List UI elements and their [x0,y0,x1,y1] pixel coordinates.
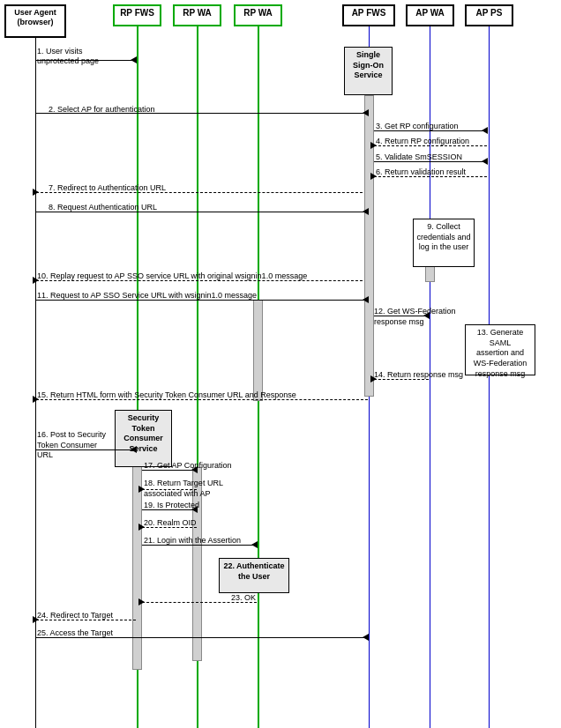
label-m12: 12. Get WS-Federationresponse msg [374,307,456,327]
arrow-m21-head [251,541,258,548]
arrow-m24-line [36,620,136,620]
sequence-diagram: User Agent(browser) RP FWS RP WA RP WA A… [0,0,561,728]
label-m21: 21. Login with the Assertion [144,536,241,545]
arrow-m2-head [363,109,369,116]
arrow-m5-line [374,161,487,162]
arrow-m10-line [36,280,363,281]
note-m9: 9. Collectcredentials andlog in the user [413,219,475,267]
stcs-box: SecurityTokenConsumerService [115,410,172,467]
label-m18: 18. Return Target URLassociated with AP [144,479,223,499]
arrow-m5-head [482,158,488,165]
header-rp-wa1: RP WA [173,4,221,26]
label-m15: 15. Return HTML form with Security Token… [37,390,296,399]
activation-rp-wa2 [253,300,263,401]
header-ap-ps: AP PS [465,4,513,26]
label-m19: 19. Is Protected [144,501,199,509]
header-rp-wa2: RP WA [234,4,282,26]
header-ap-fws: AP FWS [342,4,395,26]
note-m22: 22. Authenticatethe User [219,558,289,593]
arrow-m6-line [374,176,487,177]
label-m8: 8. Request Authentication URL [49,203,157,212]
arrow-m15-line [36,399,368,400]
activation-ap-fws [364,95,374,397]
arrow-m3-head [482,127,488,134]
arrow-m11-head [363,296,369,303]
label-m1: 1. User visitsunprotected page [37,47,99,66]
label-m4: 4. Return RP configuration [376,137,469,145]
arrow-m8-line [36,212,368,212]
sso-service-box: SingleSign-OnService [344,47,393,95]
label-m10: 10. Replay request to AP SSO service URL… [37,271,307,280]
header-ap-wa: AP WA [406,4,454,26]
arrow-m7-line [36,192,363,193]
label-m17: 17. Get AP Configuration [144,461,231,470]
header-rp-fws: RP FWS [113,4,161,26]
label-m3: 3. Get RP configuration [376,122,458,130]
header-user-agent: User Agent(browser) [4,4,66,38]
arrow-m17-line [142,470,197,471]
label-m11: 11. Request to AP SSO Service URL with w… [37,291,257,300]
label-m5: 5. Validate SmSESSION [376,152,462,161]
arrow-m3-line [374,130,487,131]
label-m7: 7. Redirect to Authentication URL [49,183,166,192]
note-m13: 13. Generate SAMLassertion andWS-Federat… [465,324,535,375]
arrow-m8-head [363,208,369,215]
label-m25: 25. Access the Target [37,628,113,637]
label-m14: 14. Return response msg [374,370,463,379]
arrow-m1-head [131,56,137,63]
arrow-m4-line [374,145,487,146]
arrow-m25-head [363,634,369,641]
arrow-m14-line [374,379,429,380]
label-m16: 16. Post to SecurityToken ConsumerURL [37,430,106,461]
label-m24: 24. Redirect to Target [37,611,113,620]
arrow-m11-line [36,300,368,301]
arrow-m25-line [36,637,368,638]
arrow-m19-line [142,509,197,510]
label-m2: 2. Select AP for authentication [49,105,154,114]
label-m20: 20. Realm OID [144,518,197,527]
lifeline-user-agent [35,38,36,728]
label-m6: 6. Return validation result [376,167,466,176]
arrow-m23-line [142,602,257,603]
arrow-m7-head [33,189,39,196]
arrow-m21-line [142,545,257,546]
arrow-m20-line [142,527,197,528]
arrow-m16-head [131,446,137,453]
arrow-m23-head [138,598,145,605]
label-m23: 23. OK [231,593,256,602]
